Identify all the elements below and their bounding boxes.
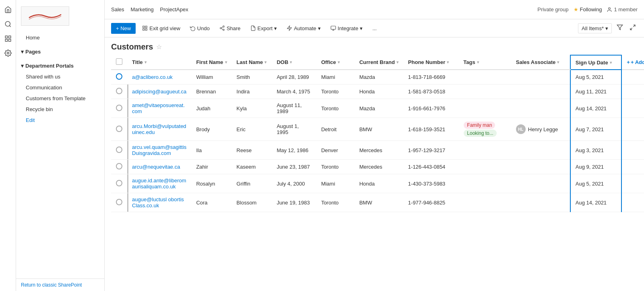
row-brand-cell[interactable]: BMW	[355, 193, 403, 212]
th-office[interactable]: Office▾	[316, 55, 355, 70]
row-tags-cell[interactable]	[458, 85, 511, 99]
row-brand-cell[interactable]: Honda	[355, 174, 403, 193]
row-associate-cell[interactable]	[511, 174, 570, 193]
row-brand-cell[interactable]: Mazda	[355, 99, 403, 118]
row-dob-cell[interactable]: April 28, 1989	[272, 70, 316, 85]
sidebar-item-edit[interactable]: Edit	[16, 115, 104, 126]
expand-button[interactable]	[628, 23, 638, 34]
row-phone-cell[interactable]: 1-977-946-8825	[403, 193, 459, 212]
nav-marketing[interactable]: Marketing	[131, 5, 154, 14]
row-title-cell[interactable]: arcu@nequevitae.ca	[127, 160, 191, 174]
row-dob-cell[interactable]: July 4, 2000	[272, 174, 316, 193]
row-phone-cell[interactable]: 1-430-373-5983	[403, 174, 459, 193]
following-button[interactable]: ★ Following	[574, 6, 602, 12]
sidebar-dept-header[interactable]: ▾ Department Portals	[16, 60, 104, 71]
row-dob-cell[interactable]: June 19, 1983	[272, 193, 316, 212]
row-lastname-cell[interactable]: Indira	[232, 85, 272, 99]
row-lastname-cell[interactable]: Blossom	[232, 193, 272, 212]
row-tags-cell[interactable]	[458, 174, 511, 193]
row-signup-cell[interactable]: Aug 14, 2021	[570, 99, 622, 118]
row-associate-cell[interactable]	[511, 160, 570, 174]
row-brand-cell[interactable]: Mercedes	[355, 160, 403, 174]
row-dob-cell[interactable]: August 11, 1989	[272, 99, 316, 118]
search-rail-icon[interactable]	[2, 18, 14, 31]
row-tags-cell[interactable]	[458, 141, 511, 160]
nav-projectapex[interactable]: ProjectApex	[160, 5, 188, 14]
row-office-cell[interactable]: Toronto	[316, 85, 355, 99]
row-office-cell[interactable]: Detroit	[316, 118, 355, 141]
row-associate-cell[interactable]	[511, 99, 570, 118]
row-phone-cell[interactable]: 1-813-718-6669	[403, 70, 459, 85]
row-radio-button[interactable]	[116, 73, 122, 80]
settings-rail-icon[interactable]	[2, 47, 14, 60]
sidebar-item-customers[interactable]: Customers from Template	[16, 93, 104, 104]
row-lastname-cell[interactable]: Griffin	[232, 174, 272, 193]
row-lastname-cell[interactable]: Kyla	[232, 99, 272, 118]
all-items-button[interactable]: All Items* ▾	[578, 23, 612, 33]
row-lastname-cell[interactable]: Smith	[232, 70, 272, 85]
new-button[interactable]: + New	[111, 23, 136, 34]
row-signup-cell[interactable]	[570, 70, 622, 85]
row-firstname-cell[interactable]: Cora	[191, 193, 231, 212]
undo-button[interactable]: Undo	[187, 23, 213, 34]
favorite-star-icon[interactable]: ☆	[156, 43, 162, 51]
th-signup[interactable]: Sign Up Date▾	[570, 55, 622, 70]
exit-grid-button[interactable]: Exit grid view	[139, 23, 184, 34]
row-lastname-cell[interactable]: Kaseem	[232, 160, 272, 174]
row-tags-cell[interactable]	[458, 70, 511, 85]
row-office-cell[interactable]: Toronto	[316, 193, 355, 212]
share-button[interactable]: Share	[216, 23, 244, 34]
row-dob-cell[interactable]: May 12, 1986	[272, 141, 316, 160]
row-radio-button[interactable]	[116, 199, 122, 205]
row-firstname-cell[interactable]: Brennan	[191, 85, 231, 99]
row-title-cell[interactable]: arcu.vel.quam@sagittisDuisgravida.com	[127, 141, 191, 160]
row-phone-cell[interactable]: 1-126-443-0854	[403, 160, 459, 174]
row-radio-button[interactable]	[116, 88, 122, 94]
row-title-cell[interactable]: amet@vitaeposuereat.com	[127, 99, 191, 118]
sidebar-item-communication[interactable]: Communication	[16, 82, 104, 93]
th-phone[interactable]: Phone Number▾	[403, 55, 459, 70]
row-radio-button[interactable]	[116, 126, 122, 132]
row-office-cell[interactable]: Miami	[316, 174, 355, 193]
row-phone-cell[interactable]: 1-916-661-7976	[403, 99, 459, 118]
home-rail-icon[interactable]	[2, 3, 14, 16]
row-title-cell[interactable]: a@aclibero.co.uk	[127, 70, 191, 85]
sidebar-item-shared[interactable]: Shared with us	[16, 71, 104, 82]
th-tags[interactable]: Tags▾	[458, 55, 511, 70]
more-button[interactable]: ...	[369, 23, 380, 34]
row-office-cell[interactable]: Miami	[316, 70, 355, 85]
row-signup-cell[interactable]: Aug 5, 2021	[570, 174, 622, 193]
row-title-cell[interactable]: adipiscing@augueut.ca	[127, 85, 191, 99]
row-dob-cell[interactable]: March 4, 1975	[272, 85, 316, 99]
nav-sales[interactable]: Sales	[111, 5, 124, 14]
row-phone-cell[interactable]: 1-957-129-3217	[403, 141, 459, 160]
row-radio-button[interactable]	[116, 180, 122, 186]
th-dob[interactable]: DOB▾	[272, 55, 316, 70]
row-associate-cell[interactable]	[511, 70, 570, 85]
export-button[interactable]: Export ▾	[247, 23, 281, 34]
row-title-cell[interactable]: augue@luctusl obortisClass.co.uk	[127, 193, 191, 212]
row-office-cell[interactable]: Toronto	[316, 99, 355, 118]
row-firstname-cell[interactable]: Judah	[191, 99, 231, 118]
row-radio-button[interactable]	[116, 147, 122, 153]
integrate-button[interactable]: Integrate ▾	[327, 23, 366, 34]
row-office-cell[interactable]: Denver	[316, 141, 355, 160]
row-radio-button[interactable]	[116, 163, 122, 169]
row-phone-cell[interactable]: 1-618-159-3521	[403, 118, 459, 141]
th-associate[interactable]: Sales Associate▾	[511, 55, 570, 70]
row-brand-cell[interactable]: Honda	[355, 85, 403, 99]
row-tags-cell[interactable]	[458, 193, 511, 212]
row-phone-cell[interactable]: 1-581-873-0518	[403, 85, 459, 99]
row-dob-cell[interactable]: August 1, 1995	[272, 118, 316, 141]
row-brand-cell[interactable]: Mazda	[355, 70, 403, 85]
row-dob-cell[interactable]: June 23, 1987	[272, 160, 316, 174]
row-signup-cell[interactable]: Aug 9, 2021	[570, 160, 622, 174]
sidebar-pages-header[interactable]: ▾ Pages	[16, 46, 104, 57]
row-brand-cell[interactable]: Mercedes	[355, 141, 403, 160]
th-firstname[interactable]: First Name▾	[191, 55, 231, 70]
row-lastname-cell[interactable]: Reese	[232, 141, 272, 160]
row-title-cell[interactable]: arcu.Morbi@vulputateduinec.edu	[127, 118, 191, 141]
row-lastname-cell[interactable]: Eric	[232, 118, 272, 141]
row-tags-cell[interactable]	[458, 160, 511, 174]
row-signup-cell[interactable]: Aug 14, 2021	[570, 193, 622, 212]
